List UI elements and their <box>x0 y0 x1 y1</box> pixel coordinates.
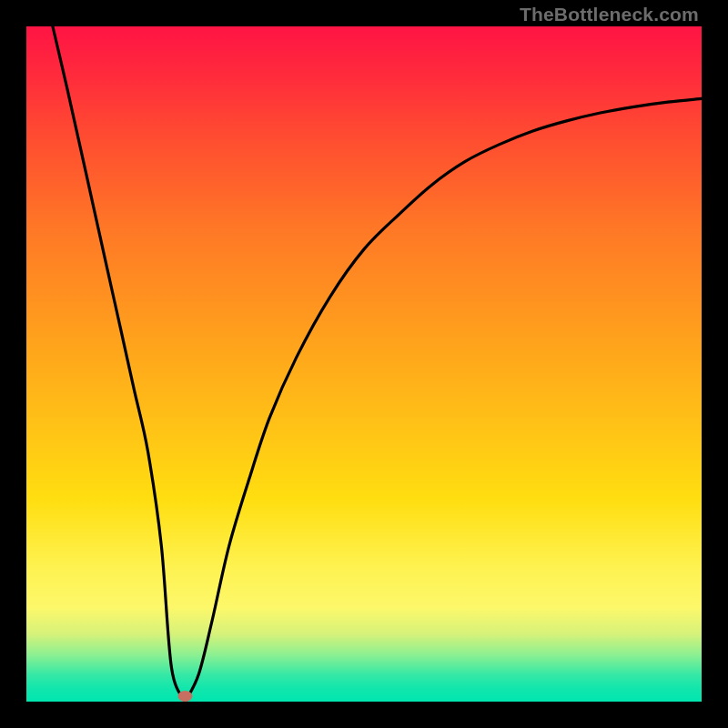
optimum-point-marker <box>177 691 192 702</box>
attribution-label: TheBottleneck.com <box>520 4 699 25</box>
plot-area <box>26 26 702 702</box>
chart-frame: TheBottleneck.com <box>0 0 728 728</box>
bottleneck-curve <box>53 26 702 702</box>
curve-layer <box>26 26 702 702</box>
